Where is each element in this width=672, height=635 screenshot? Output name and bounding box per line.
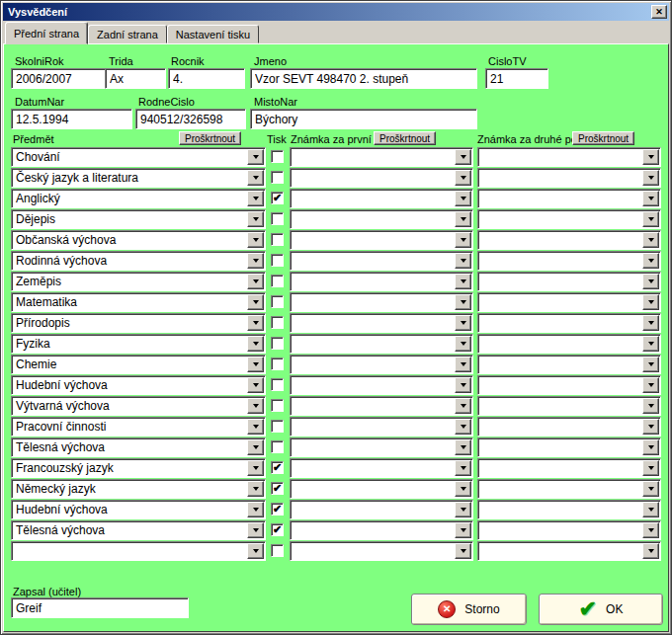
dropdown-arrow-icon[interactable] xyxy=(642,357,659,372)
dropdown-arrow-icon[interactable] xyxy=(455,460,471,476)
dropdown-arrow-icon[interactable] xyxy=(642,191,659,206)
znamka-druhe-combobox[interactable] xyxy=(477,292,661,312)
predmet-combobox[interactable] xyxy=(11,541,266,561)
dropdown-arrow-icon[interactable] xyxy=(455,232,471,248)
dropdown-arrow-icon[interactable] xyxy=(455,398,471,414)
dropdown-arrow-icon[interactable] xyxy=(642,149,659,165)
dropdown-arrow-icon[interactable] xyxy=(247,315,264,331)
dropdown-arrow-icon[interactable] xyxy=(455,253,471,269)
znamka-prvni-combobox[interactable] xyxy=(290,209,473,229)
dropdown-arrow-icon[interactable] xyxy=(455,274,471,289)
tisk-checkbox[interactable] xyxy=(271,171,284,184)
tisk-checkbox[interactable] xyxy=(271,420,284,433)
znamka-druhe-combobox[interactable] xyxy=(477,272,661,291)
rodnecislo-field[interactable] xyxy=(135,109,246,129)
dropdown-arrow-icon[interactable] xyxy=(247,336,264,352)
dropdown-arrow-icon[interactable] xyxy=(247,543,264,559)
tab-zadni-strana[interactable]: Zadní strana xyxy=(88,25,167,43)
tisk-checkbox[interactable] xyxy=(271,254,284,267)
znamka-druhe-combobox[interactable] xyxy=(477,168,661,188)
predmet-combobox[interactable]: Tělesná výchova xyxy=(11,520,266,540)
znamka-druhe-combobox[interactable] xyxy=(477,520,661,540)
znamka-prvni-combobox[interactable] xyxy=(290,251,473,271)
dropdown-arrow-icon[interactable] xyxy=(642,543,659,559)
znamka-prvni-combobox[interactable] xyxy=(290,168,473,188)
znamka-druhe-combobox[interactable] xyxy=(477,355,661,374)
dropdown-arrow-icon[interactable] xyxy=(455,357,471,372)
ok-button[interactable]: ✔ OK xyxy=(539,594,663,625)
dropdown-arrow-icon[interactable] xyxy=(642,522,659,538)
dropdown-arrow-icon[interactable] xyxy=(455,439,471,455)
dropdown-arrow-icon[interactable] xyxy=(642,294,659,310)
dropdown-arrow-icon[interactable] xyxy=(642,253,659,269)
dropdown-arrow-icon[interactable] xyxy=(455,419,471,435)
predmet-combobox[interactable]: Zeměpis xyxy=(11,272,266,291)
dropdown-arrow-icon[interactable] xyxy=(642,481,659,497)
trida-field[interactable] xyxy=(105,68,166,89)
znamka-druhe-combobox[interactable] xyxy=(477,541,661,561)
predmet-combobox[interactable]: Hudební výchova xyxy=(11,500,266,519)
predmet-combobox[interactable]: Rodinná výchova xyxy=(11,251,266,271)
znamka-druhe-combobox[interactable] xyxy=(477,334,661,354)
dropdown-arrow-icon[interactable] xyxy=(455,211,471,227)
znamka-druhe-combobox[interactable] xyxy=(477,479,661,499)
tisk-checkbox[interactable] xyxy=(271,150,284,163)
tisk-checkbox[interactable]: ✔ xyxy=(271,461,284,474)
znamka-druhe-combobox[interactable] xyxy=(477,417,661,437)
dropdown-arrow-icon[interactable] xyxy=(247,211,264,227)
znamka-druhe-combobox[interactable] xyxy=(477,500,661,519)
dropdown-arrow-icon[interactable] xyxy=(455,502,471,517)
dropdown-arrow-icon[interactable] xyxy=(455,522,471,538)
predmet-combobox[interactable]: Tělesná výchova xyxy=(11,437,266,457)
tisk-checkbox[interactable] xyxy=(271,544,284,557)
dropdown-arrow-icon[interactable] xyxy=(455,377,471,393)
zapsal-field[interactable] xyxy=(11,597,189,618)
datumnar-field[interactable] xyxy=(11,109,132,129)
dropdown-arrow-icon[interactable] xyxy=(247,502,264,517)
dropdown-arrow-icon[interactable] xyxy=(455,336,471,352)
dropdown-arrow-icon[interactable] xyxy=(642,439,659,455)
dropdown-arrow-icon[interactable] xyxy=(642,419,659,435)
znamka-prvni-combobox[interactable] xyxy=(290,272,473,291)
rocnik-field[interactable] xyxy=(168,68,245,89)
dropdown-arrow-icon[interactable] xyxy=(455,543,471,559)
dropdown-arrow-icon[interactable] xyxy=(642,460,659,476)
tisk-checkbox[interactable] xyxy=(271,233,284,246)
znamka-prvni-combobox[interactable] xyxy=(290,189,473,208)
dropdown-arrow-icon[interactable] xyxy=(247,481,264,497)
znamka-prvni-combobox[interactable] xyxy=(290,375,473,395)
dropdown-arrow-icon[interactable] xyxy=(247,419,264,435)
dropdown-arrow-icon[interactable] xyxy=(247,398,264,414)
dropdown-arrow-icon[interactable] xyxy=(247,170,264,186)
dropdown-arrow-icon[interactable] xyxy=(642,336,659,352)
dropdown-arrow-icon[interactable] xyxy=(247,294,264,310)
znamka-prvni-combobox[interactable] xyxy=(290,500,473,519)
znamka-druhe-combobox[interactable] xyxy=(477,251,661,271)
dropdown-arrow-icon[interactable] xyxy=(642,274,659,289)
dropdown-arrow-icon[interactable] xyxy=(642,211,659,227)
znamka-prvni-combobox[interactable] xyxy=(290,334,473,354)
dropdown-arrow-icon[interactable] xyxy=(247,439,264,455)
predmet-combobox[interactable]: Chemie xyxy=(11,355,266,374)
tisk-checkbox[interactable]: ✔ xyxy=(271,523,284,536)
znamka-druhe-combobox[interactable] xyxy=(477,313,661,333)
dropdown-arrow-icon[interactable] xyxy=(455,481,471,497)
znamka-prvni-combobox[interactable] xyxy=(290,479,473,499)
close-button[interactable]: ✕ xyxy=(651,5,667,19)
mistonar-field[interactable] xyxy=(250,109,477,129)
tisk-checkbox[interactable] xyxy=(271,337,284,350)
predmet-combobox[interactable]: Výtvarná výchova xyxy=(11,396,266,416)
znamka-druhe-combobox[interactable] xyxy=(477,189,661,208)
znamka-druhe-combobox[interactable] xyxy=(477,396,661,416)
predmet-combobox[interactable]: Pracovní činnosti xyxy=(11,417,266,437)
predmet-combobox[interactable]: Český jazyk a literatura xyxy=(11,168,266,188)
dropdown-arrow-icon[interactable] xyxy=(642,377,659,393)
cislotv-field[interactable] xyxy=(485,68,548,89)
predmet-combobox[interactable]: Německý jazyk xyxy=(11,479,266,499)
dropdown-arrow-icon[interactable] xyxy=(247,191,264,206)
dropdown-arrow-icon[interactable] xyxy=(455,315,471,331)
znamka-prvni-combobox[interactable] xyxy=(290,147,473,167)
dropdown-arrow-icon[interactable] xyxy=(247,232,264,248)
predmet-combobox[interactable]: Hudební výchova xyxy=(11,375,266,395)
dropdown-arrow-icon[interactable] xyxy=(247,460,264,476)
